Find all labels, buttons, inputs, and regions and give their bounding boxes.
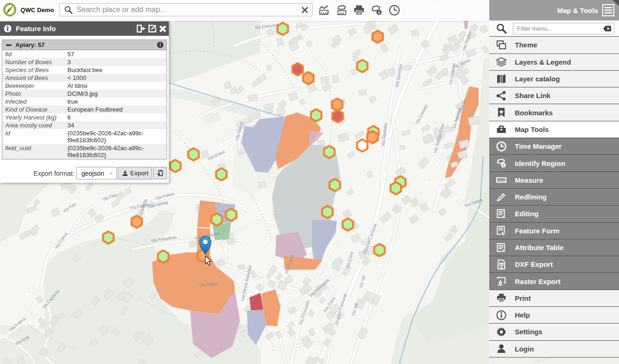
svg-text:DXF: DXF <box>499 263 505 265</box>
